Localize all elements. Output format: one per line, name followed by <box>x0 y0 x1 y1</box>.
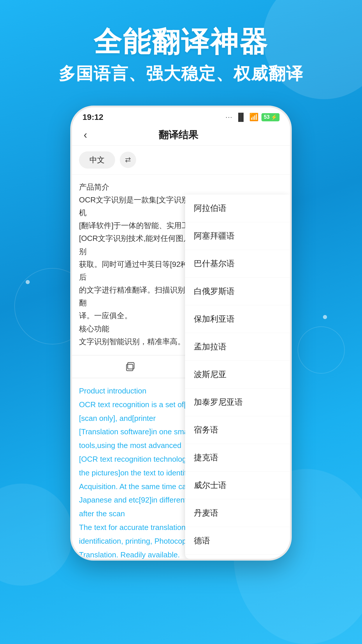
dropdown-item-cebuano[interactable]: 宿务语 <box>185 416 290 444</box>
battery-indicator: 53 ⚡ <box>261 113 280 121</box>
dropdown-item-bulgarian[interactable]: 保加利亚语 <box>185 305 290 333</box>
signal-bars-icon: ▐▌ <box>236 113 246 122</box>
dropdown-item-bosnian[interactable]: 波斯尼亚 <box>185 361 290 388</box>
back-button[interactable]: ‹ <box>81 129 90 141</box>
signal-dots-icon: ··· <box>226 113 233 121</box>
nav-bar: ‹ 翻译结果 <box>72 125 290 146</box>
battery-pct: 53 <box>264 114 270 120</box>
status-time: 19:12 <box>82 113 103 122</box>
translation-area: 中文 ⇄ 产品简介 OCR文字识别是一款集[文字识别] 机 [翻译软件]于一体的… <box>72 146 290 559</box>
swap-lang-button[interactable]: ⇄ <box>120 152 136 168</box>
nav-title: 翻译结果 <box>90 128 267 142</box>
battery-lightning-icon: ⚡ <box>271 114 277 120</box>
dropdown-item-bashkir[interactable]: 巴什基尔语 <box>185 250 290 278</box>
language-dropdown: 阿拉伯语 阿塞拜疆语 巴什基尔语 白俄罗斯语 保加利亚语 孟加拉语 波斯尼亚 加… <box>185 195 290 559</box>
wifi-icon: 📶 <box>249 113 259 122</box>
source-lang-button[interactable]: 中文 <box>79 151 115 169</box>
copy-icon <box>124 360 136 373</box>
lang-selector-row: 中文 ⇄ <box>72 146 290 175</box>
dropdown-item-danish[interactable]: 丹麦语 <box>185 499 290 527</box>
phone-container: 19:12 ··· ▐▌ 📶 53 ⚡ ‹ 翻译结果 <box>0 106 362 561</box>
dropdown-item-czech[interactable]: 捷克语 <box>185 444 290 472</box>
header-section: 全能翻译神器 多国语言、强大稳定、权威翻译 <box>0 0 362 97</box>
dropdown-item-german[interactable]: 德语 <box>185 527 290 555</box>
dropdown-item-bengali[interactable]: 孟加拉语 <box>185 333 290 361</box>
dropdown-item-catalan[interactable]: 加泰罗尼亚语 <box>185 388 290 416</box>
phone-frame: 19:12 ··· ▐▌ 📶 53 ⚡ ‹ 翻译结果 <box>70 106 292 561</box>
copy-button[interactable] <box>79 360 181 373</box>
sub-title: 多国语言、强大稳定、权威翻译 <box>0 62 362 85</box>
phone-screen: 19:12 ··· ▐▌ 📶 53 ⚡ ‹ 翻译结果 <box>72 107 290 559</box>
status-bar: 19:12 ··· ▐▌ 📶 53 ⚡ <box>72 107 290 125</box>
status-icons: ··· ▐▌ 📶 53 ⚡ <box>226 113 280 122</box>
dropdown-item-arabic[interactable]: 阿拉伯语 <box>185 195 290 222</box>
dropdown-item-azerbaijani[interactable]: 阿塞拜疆语 <box>185 222 290 250</box>
dropdown-item-belarusian[interactable]: 白俄罗斯语 <box>185 278 290 305</box>
dropdown-item-welsh[interactable]: 威尔士语 <box>185 472 290 499</box>
main-title: 全能翻译神器 <box>0 26 362 57</box>
dropdown-item-greek[interactable]: 希腊语 <box>185 555 290 559</box>
